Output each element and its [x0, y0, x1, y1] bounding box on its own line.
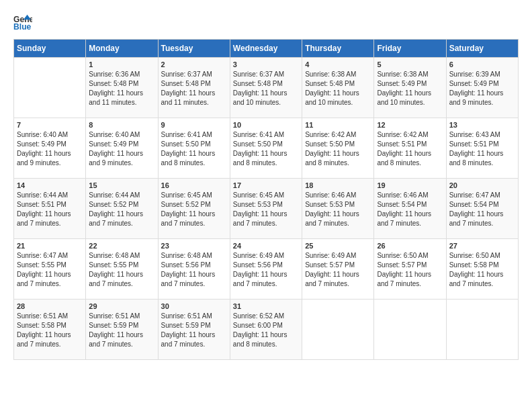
calendar-cell: 11Sunrise: 6:42 AMSunset: 5:50 PMDayligh… — [302, 118, 374, 179]
cell-info: Sunrise: 6:50 AMSunset: 5:57 PMDaylight:… — [377, 251, 443, 289]
calendar-week-row: 7Sunrise: 6:40 AMSunset: 5:49 PMDaylight… — [14, 118, 519, 179]
day-number: 6 — [449, 60, 515, 68]
cell-info: Sunrise: 6:37 AMSunset: 5:48 PMDaylight:… — [233, 70, 299, 107]
calendar-cell: 30Sunrise: 6:51 AMSunset: 5:59 PMDayligh… — [158, 300, 230, 360]
cell-info: Sunrise: 6:47 AMSunset: 5:54 PMDaylight:… — [449, 191, 515, 228]
calendar-cell: 29Sunrise: 6:51 AMSunset: 5:59 PMDayligh… — [86, 300, 158, 360]
day-number: 18 — [305, 181, 371, 189]
calendar-cell: 23Sunrise: 6:48 AMSunset: 5:56 PMDayligh… — [158, 239, 230, 300]
weekday-header-cell: Monday — [86, 40, 158, 58]
cell-info: Sunrise: 6:49 AMSunset: 5:56 PMDaylight:… — [233, 251, 299, 289]
day-number: 10 — [233, 121, 299, 129]
calendar-cell: 20Sunrise: 6:47 AMSunset: 5:54 PMDayligh… — [446, 179, 518, 239]
day-number: 24 — [233, 242, 299, 250]
day-number: 8 — [89, 121, 154, 129]
calendar-cell: 12Sunrise: 6:42 AMSunset: 5:51 PMDayligh… — [374, 118, 446, 179]
calendar-cell: 9Sunrise: 6:41 AMSunset: 5:50 PMDaylight… — [158, 118, 230, 179]
calendar-cell — [374, 300, 446, 360]
calendar-cell: 26Sunrise: 6:50 AMSunset: 5:57 PMDayligh… — [374, 239, 446, 300]
day-number: 21 — [17, 242, 83, 250]
cell-info: Sunrise: 6:48 AMSunset: 5:55 PMDaylight:… — [89, 251, 154, 289]
calendar-cell: 7Sunrise: 6:40 AMSunset: 5:49 PMDaylight… — [14, 118, 86, 179]
cell-info: Sunrise: 6:47 AMSunset: 5:55 PMDaylight:… — [17, 251, 83, 289]
weekday-header-cell: Friday — [374, 40, 446, 58]
calendar-table: SundayMondayTuesdayWednesdayThursdayFrid… — [13, 39, 519, 360]
calendar-cell — [302, 300, 374, 360]
page-header: General Blue — [13, 13, 519, 32]
cell-info: Sunrise: 6:41 AMSunset: 5:50 PMDaylight:… — [233, 130, 299, 168]
day-number: 20 — [449, 181, 515, 189]
day-number: 5 — [377, 60, 443, 68]
cell-info: Sunrise: 6:40 AMSunset: 5:49 PMDaylight:… — [17, 130, 83, 168]
calendar-cell: 21Sunrise: 6:47 AMSunset: 5:55 PMDayligh… — [14, 239, 86, 300]
calendar-week-row: 14Sunrise: 6:44 AMSunset: 5:51 PMDayligh… — [14, 179, 519, 239]
calendar-cell: 13Sunrise: 6:43 AMSunset: 5:51 PMDayligh… — [446, 118, 518, 179]
day-number: 3 — [233, 60, 299, 68]
cell-info: Sunrise: 6:46 AMSunset: 5:54 PMDaylight:… — [377, 191, 443, 228]
calendar-cell: 10Sunrise: 6:41 AMSunset: 5:50 PMDayligh… — [230, 118, 302, 179]
calendar-cell: 1Sunrise: 6:36 AMSunset: 5:48 PMDaylight… — [86, 58, 158, 118]
calendar-week-row: 21Sunrise: 6:47 AMSunset: 5:55 PMDayligh… — [14, 239, 519, 300]
calendar-cell: 14Sunrise: 6:44 AMSunset: 5:51 PMDayligh… — [14, 179, 86, 239]
calendar-cell: 22Sunrise: 6:48 AMSunset: 5:55 PMDayligh… — [86, 239, 158, 300]
day-number: 27 — [449, 242, 515, 250]
cell-info: Sunrise: 6:38 AMSunset: 5:48 PMDaylight:… — [305, 70, 371, 107]
day-number: 26 — [377, 242, 443, 250]
svg-text:Blue: Blue — [13, 22, 32, 32]
calendar-cell: 3Sunrise: 6:37 AMSunset: 5:48 PMDaylight… — [230, 58, 302, 118]
cell-info: Sunrise: 6:48 AMSunset: 5:56 PMDaylight:… — [161, 251, 227, 289]
day-number: 4 — [305, 60, 371, 68]
calendar-week-row: 1Sunrise: 6:36 AMSunset: 5:48 PMDaylight… — [14, 58, 519, 118]
cell-info: Sunrise: 6:51 AMSunset: 5:58 PMDaylight:… — [17, 312, 83, 349]
day-number: 17 — [233, 181, 299, 189]
weekday-header-cell: Thursday — [302, 40, 374, 58]
calendar-cell: 2Sunrise: 6:37 AMSunset: 5:48 PMDaylight… — [158, 58, 230, 118]
calendar-cell: 27Sunrise: 6:50 AMSunset: 5:58 PMDayligh… — [446, 239, 518, 300]
calendar-cell: 18Sunrise: 6:46 AMSunset: 5:53 PMDayligh… — [302, 179, 374, 239]
cell-info: Sunrise: 6:36 AMSunset: 5:48 PMDaylight:… — [89, 70, 154, 107]
cell-info: Sunrise: 6:51 AMSunset: 5:59 PMDaylight:… — [161, 312, 227, 349]
day-number: 16 — [161, 181, 227, 189]
calendar-cell: 31Sunrise: 6:52 AMSunset: 6:00 PMDayligh… — [230, 300, 302, 360]
calendar-cell: 19Sunrise: 6:46 AMSunset: 5:54 PMDayligh… — [374, 179, 446, 239]
cell-info: Sunrise: 6:43 AMSunset: 5:51 PMDaylight:… — [449, 130, 515, 168]
day-number: 23 — [161, 242, 227, 250]
weekday-header-cell: Saturday — [446, 40, 518, 58]
calendar-cell: 24Sunrise: 6:49 AMSunset: 5:56 PMDayligh… — [230, 239, 302, 300]
calendar-cell — [14, 58, 86, 118]
cell-info: Sunrise: 6:42 AMSunset: 5:51 PMDaylight:… — [377, 130, 443, 168]
day-number: 19 — [377, 181, 443, 189]
cell-info: Sunrise: 6:52 AMSunset: 6:00 PMDaylight:… — [233, 312, 299, 349]
calendar-cell — [446, 300, 518, 360]
cell-info: Sunrise: 6:39 AMSunset: 5:49 PMDaylight:… — [449, 70, 515, 107]
cell-info: Sunrise: 6:44 AMSunset: 5:52 PMDaylight:… — [89, 191, 154, 228]
calendar-cell: 28Sunrise: 6:51 AMSunset: 5:58 PMDayligh… — [14, 300, 86, 360]
calendar-cell: 16Sunrise: 6:45 AMSunset: 5:52 PMDayligh… — [158, 179, 230, 239]
calendar-cell: 4Sunrise: 6:38 AMSunset: 5:48 PMDaylight… — [302, 58, 374, 118]
day-number: 7 — [17, 121, 83, 129]
day-number: 22 — [89, 242, 154, 250]
day-number: 13 — [449, 121, 515, 129]
weekday-header-cell: Sunday — [14, 40, 86, 58]
cell-info: Sunrise: 6:49 AMSunset: 5:57 PMDaylight:… — [305, 251, 371, 289]
day-number: 11 — [305, 121, 371, 129]
day-number: 14 — [17, 181, 83, 189]
calendar-body: 1Sunrise: 6:36 AMSunset: 5:48 PMDaylight… — [14, 58, 519, 360]
cell-info: Sunrise: 6:37 AMSunset: 5:48 PMDaylight:… — [161, 70, 227, 107]
weekday-header-cell: Tuesday — [158, 40, 230, 58]
day-number: 31 — [233, 302, 299, 310]
calendar-cell: 15Sunrise: 6:44 AMSunset: 5:52 PMDayligh… — [86, 179, 158, 239]
day-number: 9 — [161, 121, 227, 129]
logo: General Blue — [13, 13, 32, 32]
cell-info: Sunrise: 6:46 AMSunset: 5:53 PMDaylight:… — [305, 191, 371, 228]
weekday-header-cell: Wednesday — [230, 40, 302, 58]
calendar-cell: 5Sunrise: 6:38 AMSunset: 5:49 PMDaylight… — [374, 58, 446, 118]
day-number: 28 — [17, 302, 83, 310]
day-number: 12 — [377, 121, 443, 129]
cell-info: Sunrise: 6:38 AMSunset: 5:49 PMDaylight:… — [377, 70, 443, 107]
cell-info: Sunrise: 6:45 AMSunset: 5:53 PMDaylight:… — [233, 191, 299, 228]
logo-icon: General Blue — [13, 13, 32, 32]
cell-info: Sunrise: 6:51 AMSunset: 5:59 PMDaylight:… — [89, 312, 154, 349]
day-number: 1 — [89, 60, 154, 68]
calendar-cell: 25Sunrise: 6:49 AMSunset: 5:57 PMDayligh… — [302, 239, 374, 300]
